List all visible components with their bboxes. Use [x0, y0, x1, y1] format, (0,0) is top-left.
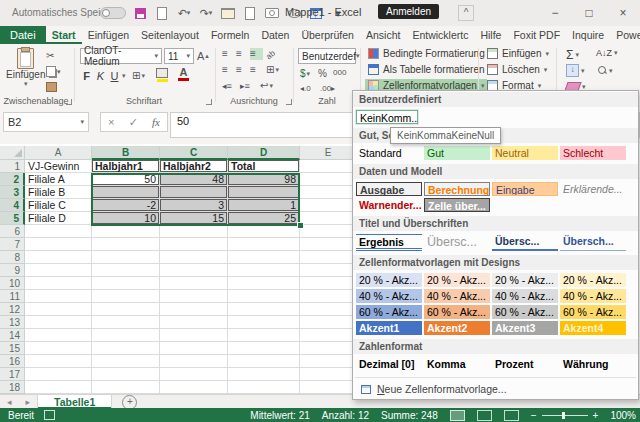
cell-d2[interactable]: 98	[228, 173, 300, 186]
cell-a17[interactable]	[25, 368, 92, 381]
tab-hilfe[interactable]: Hilfe	[474, 26, 507, 44]
style-item-akz1[interactable]: Akzent1	[356, 321, 422, 335]
style-item-a260[interactable]: 60 % - Akz...	[424, 305, 490, 319]
zoom-in-icon[interactable]: +	[593, 410, 599, 421]
cell-e13[interactable]	[300, 316, 357, 329]
decrease-indent-button[interactable]: ◂≡	[222, 80, 235, 92]
percent-style-button[interactable]: %	[318, 68, 327, 79]
comma-style-button[interactable]: 000	[333, 68, 346, 77]
cell-b4[interactable]: -2	[92, 199, 160, 212]
cell-d12[interactable]	[228, 303, 300, 316]
cell-b5[interactable]: 10	[92, 212, 160, 225]
align-left-button[interactable]: ≡	[222, 64, 235, 76]
row-header-10[interactable]: 10	[0, 277, 25, 290]
cell-e18[interactable]	[300, 381, 357, 394]
style-item-ergebnis[interactable]: Ergebnis	[356, 234, 422, 251]
row-header-12[interactable]: 12	[0, 303, 25, 316]
font-dialog-launcher[interactable]	[206, 99, 212, 105]
style-item-a440[interactable]: 40 % - Akz...	[560, 289, 626, 303]
cell-b12[interactable]	[92, 303, 160, 316]
conditional-formatting-button[interactable]: Bedingte Formatierung▾	[365, 47, 495, 60]
tab-seitenlayout[interactable]: Seitenlayout	[135, 26, 205, 44]
style-item-heading[interactable]: Übersc...	[424, 234, 490, 251]
align-bottom-button[interactable]: ≡	[250, 48, 263, 60]
cell-b6[interactable]	[92, 225, 160, 238]
sort-filter-button[interactable]: A↓Z▾	[596, 48, 618, 58]
increase-decimal-button[interactable]: ◂.0	[300, 84, 311, 93]
tab-entwicklertc[interactable]: Entwicklertc	[406, 26, 474, 44]
row-header-8[interactable]: 8	[0, 251, 25, 264]
cell-a5[interactable]: Filiale D	[25, 212, 92, 225]
cell-e9[interactable]	[300, 264, 357, 277]
cell-c7[interactable]	[160, 238, 228, 251]
cell-b17[interactable]	[92, 368, 160, 381]
style-item-a140[interactable]: 40 % - Akz...	[356, 289, 422, 303]
cell-d13[interactable]	[228, 316, 300, 329]
cell-d15[interactable]	[228, 342, 300, 355]
style-item-akz4[interactable]: Akzent4	[560, 321, 626, 335]
borders-button[interactable]: ⊞▾	[132, 70, 145, 81]
delete-cells-button[interactable]: Löschen▾	[484, 63, 550, 76]
row-header-11[interactable]: 11	[0, 290, 25, 303]
enter-icon[interactable]: ✓	[129, 116, 138, 129]
number-format-combo[interactable]: Benutzerdef▾	[298, 48, 356, 64]
clipboard-dialog-launcher[interactable]	[66, 99, 72, 105]
cell-d16[interactable]	[228, 355, 300, 368]
cell-b15[interactable]	[92, 342, 160, 355]
style-item-a340[interactable]: 40 % - Akz...	[492, 289, 558, 303]
style-item-a420[interactable]: 20 % - Akz...	[560, 273, 626, 287]
underline-button[interactable]: U▾	[108, 70, 126, 82]
cell-a6[interactable]	[25, 225, 92, 238]
cell-e8[interactable]	[300, 251, 357, 264]
tab-einf-gen[interactable]: Einfügen	[82, 26, 135, 44]
cell-d8[interactable]	[228, 251, 300, 264]
column-header-e[interactable]: E	[300, 146, 357, 160]
cell-c17[interactable]	[160, 368, 228, 381]
grow-font-button[interactable]: A▴	[197, 50, 209, 62]
style-item-zahl[interactable]: Währung	[560, 357, 626, 371]
style-item-a160[interactable]: 60 % - Akz...	[356, 305, 422, 319]
redo-icon[interactable]: ↷▾	[199, 6, 213, 20]
style-item-akz3[interactable]: Akzent3	[492, 321, 558, 335]
cell-d4[interactable]: 1	[228, 199, 300, 212]
cell-a2[interactable]: Filiale A	[25, 173, 92, 186]
sheet-nav-left-icon[interactable]: ◂	[0, 395, 19, 409]
style-item-a360[interactable]: 60 % - Akz...	[492, 305, 558, 319]
sheet-tab-tabelle1[interactable]: Tabelle1	[37, 395, 112, 409]
cell-b16[interactable]	[92, 355, 160, 368]
clipboard-icon[interactable]	[155, 6, 169, 20]
tab-datei[interactable]: Datei	[0, 26, 46, 44]
cell-c13[interactable]	[160, 316, 228, 329]
cell-e3[interactable]	[300, 186, 357, 199]
cell-a8[interactable]	[25, 251, 92, 264]
style-item-zahl[interactable]: Prozent	[492, 357, 558, 371]
cell-a7[interactable]	[25, 238, 92, 251]
minimize-button[interactable]: −	[538, 0, 572, 26]
cell-e6[interactable]	[300, 225, 357, 238]
cancel-icon[interactable]: ×	[108, 116, 114, 128]
page-break-view-icon[interactable]	[504, 410, 519, 421]
align-top-button[interactable]: ≡	[222, 48, 235, 60]
cell-d10[interactable]	[228, 277, 300, 290]
alignment-dialog-launcher[interactable]	[286, 99, 292, 105]
cell-d5[interactable]: 25	[228, 212, 300, 225]
cell-e14[interactable]	[300, 329, 357, 342]
row-header-5[interactable]: 5	[0, 212, 25, 225]
row-header-13[interactable]: 13	[0, 316, 25, 329]
style-item-keinkomm[interactable]: KeinKomm...	[356, 110, 418, 124]
cell-a14[interactable]	[25, 329, 92, 342]
column-header-c[interactable]: C	[160, 146, 228, 160]
tab-inquire[interactable]: Inquire	[566, 26, 610, 44]
cell-e12[interactable]	[300, 303, 357, 316]
style-item-zelle[interactable]: Zelle über...	[424, 198, 490, 212]
font-color-button[interactable]: A	[178, 68, 189, 81]
cell-e17[interactable]	[300, 368, 357, 381]
zoom-level[interactable]: 100%	[610, 410, 636, 421]
cell-e2[interactable]	[300, 173, 357, 186]
decrease-decimal-button[interactable]: .00▸	[320, 84, 335, 93]
autosum-button[interactable]: Σ▾	[566, 48, 579, 62]
cell-d17[interactable]	[228, 368, 300, 381]
cell-c1[interactable]: Halbjahr2	[160, 160, 228, 173]
new-document-icon[interactable]	[243, 6, 257, 20]
cell-d7[interactable]	[228, 238, 300, 251]
